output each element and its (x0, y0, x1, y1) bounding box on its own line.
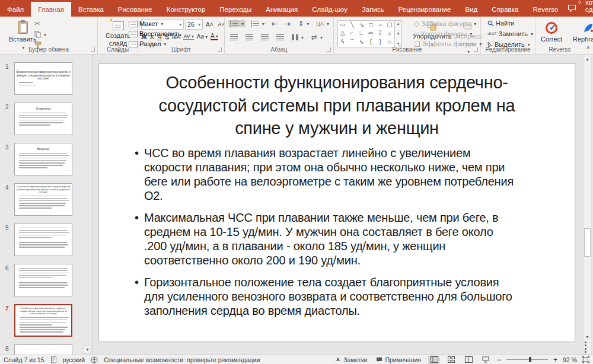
shape-icon-5[interactable]: ▢ (387, 21, 392, 28)
find-button[interactable]: Найти (486, 19, 516, 27)
shape-icon-13[interactable]: ⌒ (349, 38, 355, 46)
shapes-scroll-up-icon[interactable]: ▲ (397, 22, 400, 25)
shape-icon-2[interactable]: ↘ (359, 21, 364, 28)
shape-icon-1[interactable]: ╲ (350, 21, 354, 28)
numbering-button[interactable] (249, 20, 266, 27)
shape-icon-0[interactable]: ▭ (340, 21, 345, 28)
comments-button[interactable]: Примечания (374, 356, 423, 364)
vertical-scrollbar[interactable]: ▲ ▼ ▲▲ ▼▼ (583, 55, 592, 355)
slide-thumbnail-3[interactable]: Введение (14, 143, 72, 175)
shape-icon-8[interactable]: ∟ (359, 30, 365, 36)
next-slide-button[interactable]: ▼▼ (581, 348, 590, 354)
shape-icon-17[interactable]: ☆ (387, 39, 393, 45)
tab-transitions[interactable]: Переходы (212, 2, 259, 17)
character-spacing-button[interactable]: AV (183, 33, 193, 40)
slide-thumbnail-5[interactable] (14, 223, 72, 256)
grow-font-button[interactable]: A˄ (204, 21, 215, 28)
collapse-ribbon-button[interactable]: ∧ (586, 44, 590, 50)
accessibility-icon[interactable] (91, 356, 98, 363)
reverso-correct-button[interactable]: Correct (538, 20, 565, 45)
scroll-thumb[interactable] (584, 228, 591, 257)
slide-bullet-3[interactable]: Горизонтальное положение тела создает бл… (135, 275, 519, 318)
slide-thumbnail-8[interactable] (14, 344, 72, 355)
cut-button[interactable]: ✂ (33, 20, 42, 28)
tab-animations[interactable]: Анимация (259, 2, 305, 17)
tab-record[interactable]: Запись (355, 2, 391, 17)
tab-help[interactable]: Справка (484, 2, 525, 17)
slide-thumbnail-panel[interactable]: 1Физиологическая характеристика мужчин и… (0, 55, 93, 355)
slide-bullet-1[interactable]: ЧСС во время плавания возрастает линейно… (135, 146, 519, 203)
shape-outline-button[interactable]: ▱Контур фигуры (412, 30, 483, 38)
tab-draw[interactable]: Рисование (111, 2, 160, 17)
slide-thumbnail-2[interactable]: Оглавление (14, 103, 72, 135)
line-spacing-button[interactable]: ⇕ (296, 20, 311, 28)
shape-fill-button[interactable]: ◇Заливка фигуры (412, 20, 483, 28)
slide-thumbnail-1[interactable]: Физиологическая характеристика мужчин и … (14, 62, 72, 95)
tab-slideshow[interactable]: Слайд-шоу (305, 2, 355, 17)
notes-button[interactable]: Заметки (333, 356, 369, 364)
align-center-button[interactable] (244, 34, 255, 41)
drawing-dialog-launcher[interactable] (474, 47, 478, 52)
comment-bubble-icon[interactable] (568, 4, 576, 12)
slide-sorter-view-button[interactable] (445, 356, 457, 364)
change-case-button[interactable]: Aa (197, 33, 208, 40)
justify-button[interactable] (275, 34, 286, 41)
bullets-button[interactable] (228, 20, 246, 27)
reverso-rephraser-button[interactable]: Rephraser (570, 20, 593, 45)
tab-review[interactable]: Рецензирование (391, 2, 458, 17)
reset-button[interactable]: Восстановить (127, 30, 183, 38)
increase-indent-button[interactable]: ⇥ (283, 20, 292, 28)
shapes-gallery[interactable]: ▭╲↘□○▢△⌐∟⇨⇩⌂ϟ⌒∿{}☆ (337, 20, 395, 47)
shapes-scroll-down-icon[interactable]: ▼ (397, 32, 400, 36)
columns-button[interactable] (290, 34, 305, 41)
normal-view-button[interactable] (428, 356, 440, 364)
shape-icon-15[interactable]: { (370, 39, 372, 45)
copy-button[interactable] (33, 30, 48, 39)
reading-view-button[interactable] (463, 356, 474, 364)
slide-thumbnail-6[interactable] (14, 264, 72, 296)
slide-thumbnail-7[interactable]: Особенности функционирования сердечно-со… (14, 304, 72, 337)
tab-design[interactable]: Конструктор (160, 2, 213, 17)
tab-home[interactable]: Главная (31, 2, 71, 17)
shape-icon-16[interactable]: } (380, 39, 381, 45)
zoom-in-button[interactable]: + (553, 356, 557, 364)
shape-icon-6[interactable]: △ (340, 30, 345, 36)
slide-bullet-2[interactable]: Максимальная ЧСС при плавании также мень… (135, 210, 519, 267)
scroll-up-button[interactable]: ▲ (584, 55, 591, 63)
font-dialog-launcher[interactable] (218, 47, 222, 52)
accessibility-status[interactable]: Специальные возможности: проверьте реком… (104, 356, 260, 363)
section-button[interactable]: Раздел (127, 40, 183, 48)
tell-me-label[interactable]: Что вы хотите сделать? (585, 0, 593, 13)
shape-icon-7[interactable]: ⌐ (350, 30, 354, 36)
tab-reverso[interactable]: Reverso (525, 2, 565, 17)
tab-insert[interactable]: Вставка (71, 2, 111, 17)
current-slide[interactable]: Особенности функционирования сердечно- с… (98, 63, 575, 342)
shape-icon-12[interactable]: ϟ (341, 39, 344, 45)
align-left-button[interactable] (228, 34, 240, 41)
shape-icon-11[interactable]: ⌂ (388, 30, 391, 36)
tell-me-box[interactable]: Что вы хотите сделать? (578, 0, 593, 17)
fit-slide-to-window-icon[interactable] (582, 356, 589, 363)
slide-thumbnail-4[interactable]: Особенности функционирования газотранспо… (14, 183, 72, 216)
tab-view[interactable]: Вид (458, 2, 484, 17)
shape-icon-4[interactable]: ○ (378, 21, 382, 28)
previous-slide-button[interactable]: ▲▲ (581, 341, 590, 347)
shape-icon-10[interactable]: ⇩ (378, 30, 382, 36)
replace-button[interactable]: ab⇄ Заменить (486, 30, 535, 38)
layout-button[interactable]: Макет (127, 20, 183, 28)
paragraph-dialog-launcher[interactable] (327, 47, 331, 52)
clipboard-dialog-launcher[interactable] (91, 47, 95, 52)
zoom-out-button[interactable]: − (497, 356, 501, 364)
shapes-gallery-scroll[interactable]: ▲ ▼ ▼̲ (395, 20, 402, 47)
font-size-combo[interactable]: 26▾ (185, 19, 203, 30)
slide-counter[interactable]: Слайд 7 из 15 (4, 356, 44, 363)
shape-icon-14[interactable]: ∿ (359, 39, 364, 45)
tab-file[interactable]: Файл (0, 2, 31, 17)
shape-icon-3[interactable]: □ (369, 21, 372, 28)
text-direction-button[interactable]: ЦА (314, 21, 331, 27)
zoom-slider[interactable] (506, 359, 548, 360)
slide-title[interactable]: Особенности функционирования сердечно- с… (99, 71, 575, 140)
smartart-button[interactable]: ⇄ (310, 33, 324, 41)
shape-effects-button[interactable]: ❑Эффекты фигуры (412, 40, 483, 48)
thumbnail-scroll-down-button[interactable]: ▼ (84, 346, 91, 353)
